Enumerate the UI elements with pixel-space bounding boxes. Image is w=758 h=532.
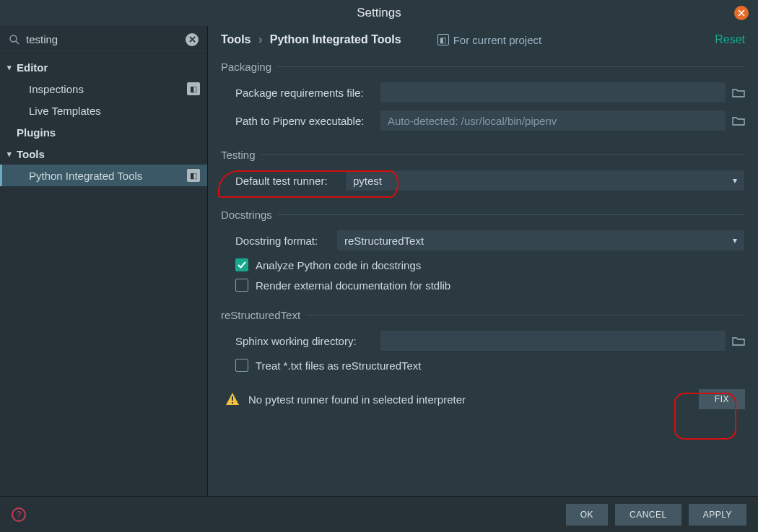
project-scope-icon: ◧ (187, 82, 200, 95)
row-render-stdlib: Render external documentation for stdlib (235, 279, 745, 292)
chevron-down-icon: ▾ (6, 149, 13, 159)
project-scope-badge: ◧ For current project (437, 34, 542, 46)
checkbox-render-stdlib[interactable] (235, 279, 248, 292)
section-title: Packaging (221, 61, 745, 73)
tree-group-tools[interactable]: ▾ Tools (0, 143, 207, 165)
project-scope-label: For current project (453, 34, 542, 46)
label-default-test-runner: Default test runner: (235, 175, 345, 187)
search-icon (9, 34, 20, 45)
section-title: Testing (221, 149, 745, 161)
breadcrumb-page: Python Integrated Tools (270, 33, 401, 45)
tree-group-editor[interactable]: ▾ Editor (0, 56, 207, 78)
browse-folder-icon[interactable] (732, 115, 745, 126)
reset-link[interactable]: Reset (715, 33, 745, 46)
label-requirements-file: Package requirements file: (235, 87, 380, 99)
label-sphinx-dir: Sphinx working directory: (235, 335, 380, 347)
select-value: reStructuredText (344, 235, 424, 247)
label-docstring-format: Docstring format: (235, 235, 336, 247)
select-default-test-runner[interactable]: pytest (345, 170, 745, 191)
tree-group-plugins[interactable]: ▸ Plugins (0, 121, 207, 143)
label-pipenv-path: Path to Pipenv executable: (235, 115, 380, 127)
browse-folder-icon[interactable] (732, 87, 745, 97)
section-title: Docstrings (221, 209, 745, 221)
tree-label: Tools (17, 148, 45, 160)
input-pipenv-path[interactable]: Auto-detected: /usr/local/bin/pipenv (380, 110, 726, 131)
clear-search-button[interactable] (186, 33, 199, 46)
svg-rect-1 (232, 396, 233, 401)
check-icon (238, 261, 246, 269)
apply-button[interactable]: APPLY (689, 504, 746, 526)
warning-row: No pytest runner found in selected inter… (225, 389, 745, 409)
tree-label: Editor (17, 61, 48, 74)
browse-folder-icon[interactable] (732, 336, 745, 346)
search-input[interactable] (26, 33, 186, 45)
select-value: pytest (353, 175, 382, 187)
tree-label: Inspections (29, 83, 84, 95)
row-docstring-format: Docstring format: reStructuredText (235, 230, 745, 251)
tree-label: Plugins (17, 126, 56, 139)
checkbox-label: Analyze Python code in docstrings (256, 259, 421, 271)
fix-button[interactable]: FIX (699, 389, 745, 409)
row-pipenv-path: Path to Pipenv executable: Auto-detected… (235, 110, 745, 131)
cancel-button[interactable]: CANCEL (615, 504, 681, 526)
content-body: Packaging Package requirements file: Pat… (208, 53, 758, 496)
tree-label: Live Templates (29, 105, 101, 117)
row-treat-txt-rst: Treat *.txt files as reStructuredText (235, 359, 745, 372)
content-header: Tools › Python Integrated Tools ◧ For cu… (208, 26, 758, 53)
checkbox-label: Render external documentation for stdlib (256, 279, 450, 292)
sidebar: ▾ Editor Inspections ◧ Live Templates ▸ … (0, 26, 208, 496)
section-title: reStructuredText (221, 309, 745, 321)
settings-tree: ▾ Editor Inspections ◧ Live Templates ▸ … (0, 53, 207, 186)
close-button[interactable] (734, 6, 749, 20)
svg-point-0 (10, 35, 17, 42)
tree-item-live-templates[interactable]: Live Templates (0, 100, 207, 121)
row-requirements-file: Package requirements file: (235, 82, 745, 103)
breadcrumb: Tools › Python Integrated Tools (221, 33, 401, 46)
window-title: Settings (357, 6, 401, 20)
warning-icon (225, 392, 240, 406)
row-sphinx-dir: Sphinx working directory: (235, 330, 745, 352)
help-button[interactable]: ? (12, 507, 26, 522)
titlebar: Settings (0, 0, 758, 26)
checkbox-analyze-docstrings[interactable] (235, 258, 248, 271)
row-default-test-runner: Default test runner: pytest (235, 170, 745, 191)
input-sphinx-dir[interactable] (380, 330, 726, 352)
breadcrumb-separator: › (258, 33, 262, 45)
project-scope-icon: ◧ (187, 169, 200, 182)
section-docstrings: Docstrings Docstring format: reStructure… (221, 209, 745, 292)
tree-item-python-integrated-tools[interactable]: Python Integrated Tools ◧ (0, 165, 207, 186)
search-row (0, 26, 207, 53)
row-analyze-docstrings: Analyze Python code in docstrings (235, 258, 745, 271)
svg-rect-2 (232, 402, 233, 404)
section-rst: reStructuredText Sphinx working director… (221, 309, 745, 409)
section-packaging: Packaging Package requirements file: Pat… (221, 61, 745, 131)
tree-label: Python Integrated Tools (29, 170, 142, 182)
breadcrumb-root: Tools (221, 33, 251, 45)
warning-text: No pytest runner found in selected inter… (248, 393, 699, 406)
chevron-down-icon: ▾ (6, 63, 13, 72)
close-icon (189, 36, 196, 43)
checkbox-label: Treat *.txt files as reStructuredText (256, 359, 422, 372)
checkbox-treat-txt-rst[interactable] (235, 359, 248, 372)
ok-button[interactable]: OK (566, 504, 608, 526)
close-icon (738, 9, 745, 17)
project-scope-icon: ◧ (437, 34, 449, 45)
select-docstring-format[interactable]: reStructuredText (336, 230, 745, 251)
placeholder-text: Auto-detected: /usr/local/bin/pipenv (388, 115, 557, 127)
tree-item-inspections[interactable]: Inspections ◧ (0, 78, 207, 100)
input-requirements-file[interactable] (380, 82, 726, 103)
section-testing: Testing Default test runner: pytest (221, 149, 745, 191)
content: Tools › Python Integrated Tools ◧ For cu… (208, 26, 758, 496)
footer: ? OK CANCEL APPLY (0, 496, 758, 532)
